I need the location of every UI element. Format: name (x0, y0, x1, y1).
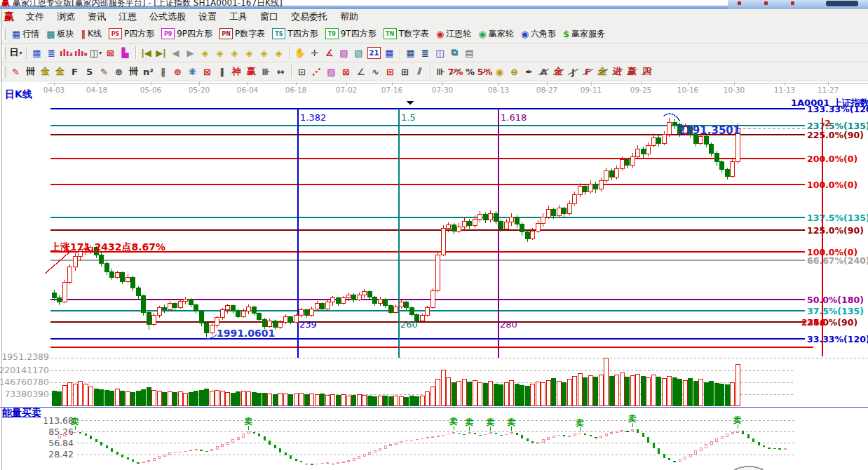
menu-item-browse[interactable]: 浏览 (50, 9, 81, 25)
candle-type-dropdown-icon[interactable]: ◫▾ (88, 46, 103, 60)
angle-measure-icon[interactable]: ∡ (322, 46, 337, 60)
f-ruler-icon[interactable]: F (67, 65, 82, 79)
kline-chart-canvas[interactable]: 04-0304-1805-0605-2006-0406-1807-0207-16… (0, 81, 868, 470)
menu-item-trade-entrust[interactable]: 交易委托 (285, 9, 334, 25)
jin-angle-icon[interactable]: 进 (610, 65, 625, 79)
calculator-icon[interactable]: ▦ (382, 46, 397, 60)
comb-2-icon[interactable]: 卌 (126, 65, 141, 79)
volume-ladder-icon[interactable]: ▙ (118, 46, 133, 60)
brush-2-icon[interactable]: ✎ (97, 65, 111, 79)
shift-right-icon[interactable]: ◈ (212, 46, 227, 60)
chart-area[interactable]: 04-0304-1805-0605-2006-0406-1807-0207-16… (0, 81, 868, 470)
menu-item-settings[interactable]: 设置 (192, 9, 223, 25)
j-angle-icon[interactable]: J (566, 65, 581, 79)
n-square-icon[interactable]: n² (141, 65, 156, 79)
toolbar-grip[interactable] (2, 66, 6, 78)
calendar-21-icon[interactable]: 21 (367, 47, 381, 59)
toolbar-button-9p-square[interactable]: P99P四方形 (158, 27, 216, 41)
ruler-123-icon[interactable]: ⊪ (259, 65, 273, 79)
export-data-icon[interactable]: ⧉ (447, 46, 462, 60)
toolbar-button-p-square[interactable]: PSP四方形 (105, 27, 158, 41)
pattern-clear-icon[interactable]: ⊠ (103, 46, 118, 60)
ink-brush-icon[interactable]: ✒ (522, 65, 536, 79)
gold-angle-icon[interactable]: 金 (595, 65, 610, 79)
toolbar-button-winner-wheel[interactable]: ◉赢家轮 (475, 27, 517, 41)
save-disk-icon[interactable]: ◫ (433, 46, 447, 60)
toolbar-grip[interactable] (2, 28, 6, 40)
bars-9-icon[interactable]: ılı₉ (74, 46, 88, 60)
gold-grid-1-icon[interactable]: 金 (38, 65, 53, 79)
shen-tool-icon[interactable]: 神 (229, 65, 244, 79)
gold-red-icon[interactable]: 金 (551, 65, 566, 79)
menu-item-news[interactable]: 资讯 (81, 9, 112, 25)
time-circle-icon[interactable]: ⊕ (111, 65, 126, 79)
percent-5-icon[interactable]: 5% (477, 65, 492, 79)
menu-item-help[interactable]: 帮助 (334, 9, 365, 25)
price-ladder-icon[interactable]: ⊪ (433, 65, 448, 79)
spider-web-icon[interactable]: ❋ (185, 65, 200, 79)
toolbar-button-quotes[interactable]: ▦行情 (8, 27, 43, 41)
fit-all-icon[interactable]: ◈ (271, 46, 286, 60)
shift-left-icon[interactable]: ◈ (198, 46, 212, 60)
wave-line-icon[interactable]: ∿ (368, 65, 383, 79)
zoom-in-h-icon[interactable]: ◈ (242, 46, 257, 60)
angle-line-icon[interactable]: ∠ (353, 65, 368, 79)
pattern-teal-icon[interactable]: ▧ (351, 46, 366, 60)
toolbar-button-p-number-table[interactable]: PNP数字表 (216, 27, 269, 41)
toolbar-button-hexagon[interactable]: ◉六角形 (517, 27, 560, 41)
gold-bar-icon[interactable]: ⊜ (507, 65, 522, 79)
grid-comb-icon[interactable]: 卌 (23, 65, 38, 79)
brush-red-icon[interactable]: ✎ (8, 65, 23, 79)
menu-item-gann[interactable]: 江恩 (112, 9, 143, 25)
toolbar-button-9t-square[interactable]: T99T四方形 (322, 27, 380, 41)
fan-box-icon[interactable]: ▨ (324, 65, 339, 79)
si-angle-icon[interactable]: 四 (639, 65, 654, 79)
toolbar-button-gann-wheel[interactable]: ◉江恩轮 (433, 27, 475, 41)
toolbar-grip[interactable] (2, 47, 6, 59)
mirror-angle-icon[interactable]: ∦ (156, 65, 170, 79)
toolbar-button-sectors[interactable]: ▩板块 (43, 27, 77, 41)
grid-dark-icon[interactable]: ⊞ (398, 65, 412, 79)
zoom-out-h-icon[interactable]: ◈ (227, 46, 242, 60)
quote-ticks-icon[interactable]: ‖ (215, 65, 229, 79)
toolbar-button-t-square[interactable]: TST四方形 (269, 27, 321, 41)
wave-a-icon[interactable]: A (536, 65, 551, 79)
f-angle-icon[interactable]: F (581, 65, 595, 79)
page-left-icon[interactable]: ◀ (168, 46, 183, 60)
percent-icon[interactable]: % (463, 65, 477, 79)
fan-grid-icon[interactable]: ⊠ (339, 65, 353, 79)
menu-item-window[interactable]: 窗口 (254, 9, 285, 25)
pan-hand-icon[interactable]: ✋ (292, 46, 307, 60)
ying-angle-icon[interactable]: 赢 (625, 65, 639, 79)
jump-last-icon[interactable]: ▶| (154, 46, 168, 60)
compress-v-icon[interactable]: ◈ (257, 46, 271, 60)
slash-lines-icon[interactable]: ⫽ (412, 65, 427, 79)
toolbar-button-kline[interactable]: ‖K线 (78, 27, 105, 41)
region-window-icon[interactable]: ▦ (29, 46, 44, 60)
circle-cross-icon[interactable]: ⊕ (170, 65, 185, 79)
toolbar-button-t-number-table[interactable]: TNT数字表 (380, 27, 433, 41)
toolbar-button-winner-service[interactable]: $赢家服务 (560, 27, 609, 41)
menu-item-file[interactable]: 文件 (20, 9, 50, 25)
print-icon[interactable]: ▤ (462, 46, 477, 60)
minimize-maximize-close-buttons[interactable] (826, 1, 858, 6)
gann-shape-icon[interactable]: ▧ (337, 46, 351, 60)
grid-red-icon[interactable]: ⊞ (383, 65, 398, 79)
page-right-icon[interactable]: ▶ (183, 46, 198, 60)
crosshair-icon[interactable]: ✛ (307, 46, 322, 60)
width-measure-icon[interactable]: ↔ (273, 65, 288, 79)
box-select-icon[interactable]: ⊡ (294, 65, 309, 79)
percent-7-icon[interactable]: 7% (448, 65, 463, 79)
data-table-icon[interactable]: ▦ (403, 46, 418, 60)
gold-grid-2-icon[interactable]: 金 (53, 65, 67, 79)
bars-3-icon[interactable]: ılı₃ (59, 46, 74, 60)
fan-lines-icon[interactable]: ⋰ (309, 65, 324, 79)
info-board-icon[interactable]: ≣ (44, 46, 59, 60)
spiral-5-icon[interactable]: 5 (82, 65, 97, 79)
period-daily-dropdown-icon[interactable]: 日▾ (8, 46, 23, 60)
menu-item-tools[interactable]: 工具 (223, 9, 254, 25)
ying-tool-icon[interactable]: 赢 (244, 65, 259, 79)
grid-target-icon[interactable]: ⊠ (200, 65, 215, 79)
window-controls[interactable] (728, 0, 868, 9)
jump-first-icon[interactable]: |◀ (139, 46, 154, 60)
